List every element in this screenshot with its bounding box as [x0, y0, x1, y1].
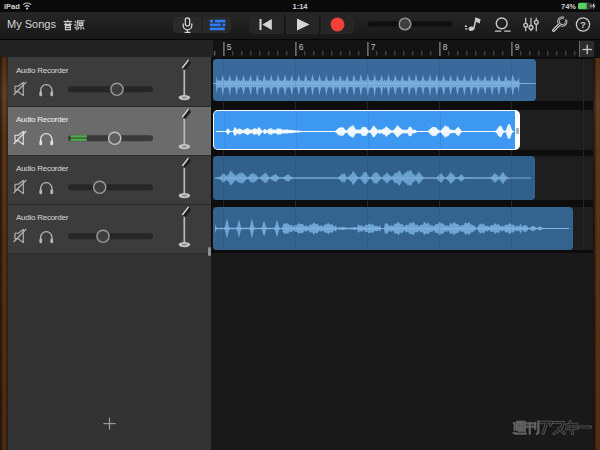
svg-text:1:14: 1:14 [292, 2, 308, 11]
svg-text:iPad: iPad [4, 2, 20, 11]
svg-text:5: 5 [227, 42, 232, 52]
svg-text:?: ? [580, 19, 586, 30]
svg-text:6: 6 [299, 42, 304, 52]
svg-text:9: 9 [515, 42, 520, 52]
svg-text:8: 8 [443, 42, 448, 52]
svg-text:74%: 74% [561, 2, 576, 11]
svg-text:7: 7 [371, 42, 376, 52]
